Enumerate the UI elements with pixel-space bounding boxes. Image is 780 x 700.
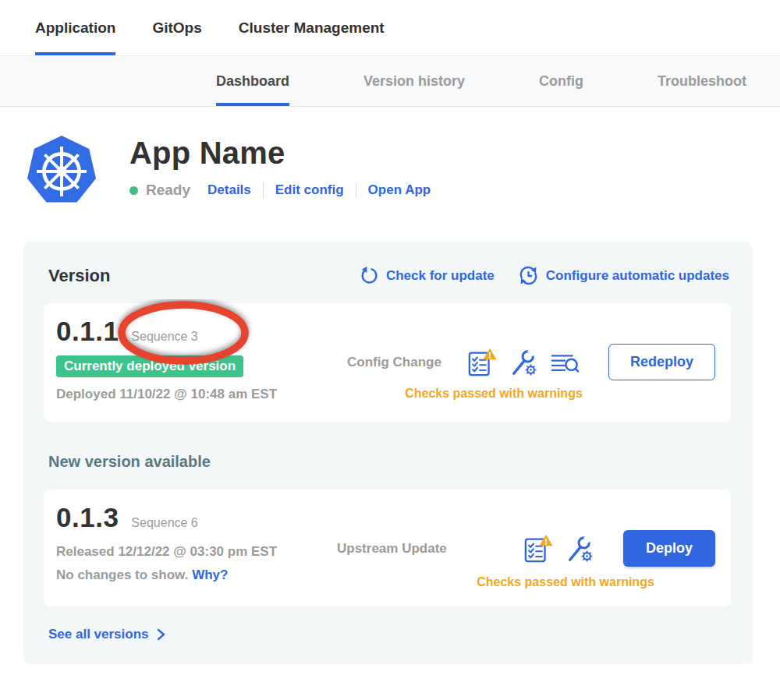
deployed-timestamp: Deployed 11/10/22 @ 10:48 am EST (56, 387, 333, 402)
new-version-sequence: Sequence 6 (131, 516, 197, 530)
primary-nav: Application GitOps Cluster Management (0, 0, 780, 56)
tab-config[interactable]: Config (539, 56, 583, 106)
preflight-checks-warning-icon[interactable] (467, 348, 497, 377)
check-for-update-link[interactable]: Check for update (359, 266, 495, 286)
tab-version-history[interactable]: Version history (363, 56, 465, 106)
current-version-number: 0.1.1 (56, 316, 119, 347)
open-app-link[interactable]: Open App (368, 182, 431, 198)
new-version-row: 0.1.3 Sequence 6 Released 12/12/22 @ 03:… (44, 490, 731, 606)
ready-status-dot-icon (129, 186, 138, 195)
version-source-label: Config Change (347, 355, 467, 370)
edit-config-icon[interactable] (565, 534, 594, 564)
secondary-nav: Dashboard Version history Config Trouble… (0, 56, 780, 107)
check-for-update-label: Check for update (386, 268, 495, 284)
nav-item-application[interactable]: Application (35, 0, 115, 55)
currently-deployed-badge: Currently deployed version (56, 355, 243, 377)
checks-status-warning: Checks passed with warnings (452, 575, 679, 589)
view-diff-icon[interactable] (550, 348, 580, 377)
link-divider (356, 182, 356, 198)
redeploy-button[interactable]: Redeploy (608, 344, 715, 380)
refresh-icon (359, 266, 379, 286)
current-version-row: 0.1.1 Sequence 3 Currently deployed vers… (44, 303, 731, 422)
current-version-sequence: Sequence 3 (131, 330, 197, 344)
kubernetes-logo-icon (25, 134, 98, 207)
tab-troubleshoot[interactable]: Troubleshoot (658, 56, 746, 106)
edit-config-icon[interactable] (509, 348, 538, 377)
checks-status-warning: Checks passed with warnings (381, 387, 607, 401)
preflight-checks-warning-icon[interactable] (523, 534, 553, 564)
configure-automatic-updates-label: Configure automatic updates (546, 268, 729, 284)
configure-automatic-updates-link[interactable]: Configure automatic updates (518, 265, 729, 286)
version-card: Version Check for update Configure autom… (23, 242, 753, 664)
link-divider (263, 182, 264, 198)
new-version-available-heading: New version available (48, 453, 731, 471)
see-all-versions-link[interactable]: See all versions (48, 627, 166, 642)
nav-item-cluster-management[interactable]: Cluster Management (239, 0, 385, 55)
app-status-row: Ready Details Edit config Open App (129, 182, 431, 199)
page-title: App Name (129, 136, 431, 171)
nav-item-gitops[interactable]: GitOps (152, 0, 201, 55)
tab-dashboard[interactable]: Dashboard (216, 56, 289, 106)
version-source-label: Upstream Update (337, 541, 523, 557)
chevron-right-icon (156, 628, 166, 641)
version-card-title: Version (48, 266, 110, 286)
status-badge: Ready (146, 182, 190, 199)
no-changes-text: No changes to show. (56, 567, 188, 582)
see-all-versions-label: See all versions (48, 627, 149, 642)
auto-update-schedule-icon (518, 265, 539, 286)
why-link[interactable]: Why? (192, 567, 228, 582)
details-link[interactable]: Details (207, 182, 251, 198)
edit-config-link[interactable]: Edit config (275, 182, 344, 198)
new-version-number: 0.1.3 (56, 502, 119, 533)
deploy-button[interactable]: Deploy (623, 530, 715, 567)
released-timestamp: Released 12/12/22 @ 03:30 pm EST (56, 544, 323, 560)
app-header: App Name Ready Details Edit config Open … (25, 134, 780, 207)
